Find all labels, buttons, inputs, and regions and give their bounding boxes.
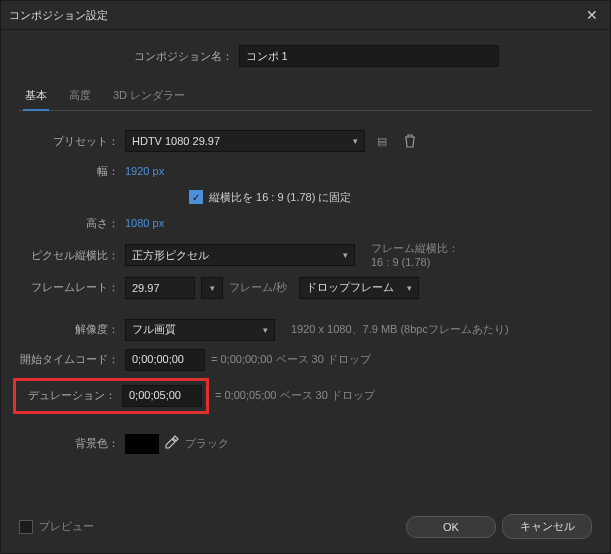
framerate-per: フレーム/秒: [229, 280, 287, 295]
dialog-body: コンポジション名： コンポ 1 基本 高度 3D レンダラー プリセット： HD…: [1, 30, 610, 504]
lock-aspect-checkbox[interactable]: ✓: [189, 190, 203, 204]
resolution-label: 解像度：: [19, 322, 119, 337]
height-label: 高さ：: [19, 216, 119, 231]
width-label: 幅：: [19, 164, 119, 179]
pixel-aspect-select[interactable]: 正方形ピクセル ▾: [125, 244, 355, 266]
duration-label: デュレーション：: [20, 388, 116, 403]
chevron-down-icon: ▾: [210, 283, 215, 293]
lock-aspect-label: 縦横比を 16 : 9 (1.78) に固定: [209, 190, 351, 205]
width-value[interactable]: 1920 px: [125, 165, 164, 177]
dropframe-select[interactable]: ドロップフレーム ▾: [299, 277, 419, 299]
resolution-select[interactable]: フル画質 ▾: [125, 319, 275, 341]
comp-name-input[interactable]: コンポ 1: [239, 45, 499, 67]
duration-highlight: デュレーション： 0;00;05;00: [13, 378, 209, 414]
preview-label: プレビュー: [39, 519, 94, 534]
ok-button[interactable]: OK: [406, 516, 496, 538]
framerate-input[interactable]: 29.97: [125, 277, 195, 299]
titlebar: コンポジション設定 ✕: [1, 1, 610, 30]
chevron-down-icon: ▾: [407, 283, 412, 293]
pixel-aspect-label: ピクセル縦横比：: [19, 248, 119, 263]
delete-preset-icon[interactable]: [399, 130, 421, 152]
composition-settings-dialog: コンポジション設定 ✕ コンポジション名： コンポ 1 基本 高度 3D レンダ…: [0, 0, 611, 554]
tab-renderer[interactable]: 3D レンダラー: [111, 82, 187, 110]
start-tc-label: 開始タイムコード：: [19, 352, 119, 367]
bgcolor-label: 背景色：: [19, 436, 119, 451]
close-icon[interactable]: ✕: [582, 7, 602, 23]
chevron-down-icon: ▾: [353, 136, 358, 146]
preview-checkbox[interactable]: [19, 520, 33, 534]
preset-select[interactable]: HDTV 1080 29.97 ▾: [125, 130, 365, 152]
save-preset-icon[interactable]: ▤: [371, 130, 393, 152]
bgcolor-name: ブラック: [185, 436, 229, 451]
resolution-info: 1920 x 1080、7.9 MB (8bpcフレームあたり): [291, 322, 509, 337]
duration-input[interactable]: 0;00;05;00: [122, 385, 202, 407]
comp-name-label: コンポジション名：: [113, 49, 233, 64]
cancel-button[interactable]: キャンセル: [502, 514, 592, 539]
tab-advanced[interactable]: 高度: [67, 82, 93, 110]
frame-aspect-info: フレーム縦横比： 16 : 9 (1.78): [371, 241, 459, 270]
duration-info: = 0;00;05;00 ベース 30 ドロップ: [215, 388, 375, 403]
chevron-down-icon: ▾: [343, 250, 348, 260]
tabs: 基本 高度 3D レンダラー: [19, 82, 592, 111]
eyedropper-icon[interactable]: [165, 435, 179, 452]
chevron-down-icon: ▾: [263, 325, 268, 335]
start-tc-input[interactable]: 0;00;00;00: [125, 349, 205, 371]
bgcolor-swatch[interactable]: [125, 434, 159, 454]
tab-basic[interactable]: 基本: [23, 82, 49, 111]
start-tc-info: = 0;00;00;00 ベース 30 ドロップ: [211, 352, 371, 367]
framerate-dropdown-icon[interactable]: ▾: [201, 277, 223, 299]
dialog-title: コンポジション設定: [9, 8, 108, 23]
preset-label: プリセット：: [19, 134, 119, 149]
dialog-footer: プレビュー OK キャンセル: [1, 504, 610, 553]
framerate-label: フレームレート：: [19, 280, 119, 295]
height-value[interactable]: 1080 px: [125, 217, 164, 229]
